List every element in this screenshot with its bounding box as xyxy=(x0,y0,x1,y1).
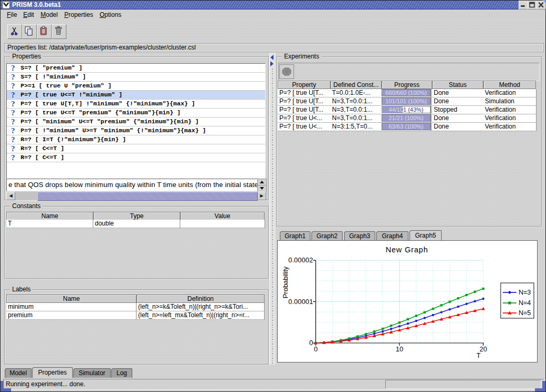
svg-text:0.00002: 0.00002 xyxy=(288,256,313,264)
svg-text:0: 0 xyxy=(314,345,317,353)
svg-text:10: 10 xyxy=(396,345,403,353)
svg-text:N=4: N=4 xyxy=(519,299,531,307)
svg-text:N=5: N=5 xyxy=(519,309,531,317)
svg-text:0.00001: 0.00001 xyxy=(288,298,313,306)
svg-text:Probability: Probability xyxy=(281,266,289,298)
svg-text:0: 0 xyxy=(309,339,313,347)
svg-text:N=3: N=3 xyxy=(519,289,531,296)
svg-text:T: T xyxy=(476,351,481,359)
svg-text:New Graph: New Graph xyxy=(386,246,428,254)
